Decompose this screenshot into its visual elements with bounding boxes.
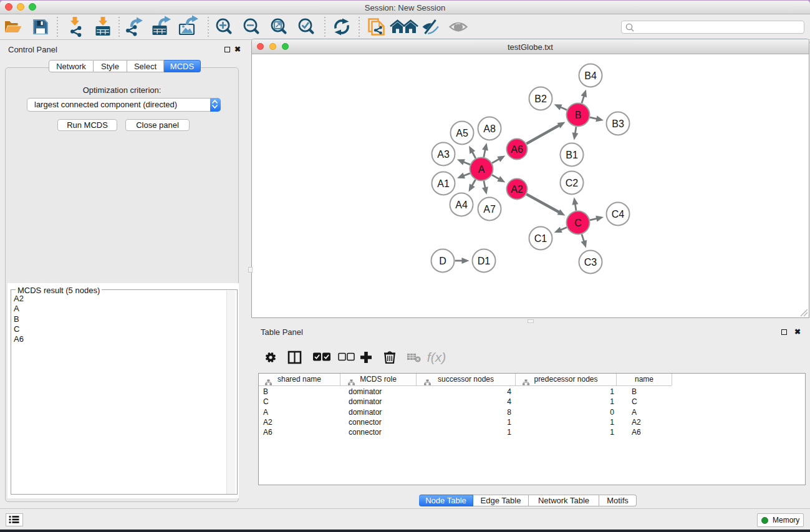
- svg-text:A4: A4: [455, 200, 468, 210]
- svg-text:C1: C1: [534, 233, 547, 244]
- svg-text:f(x): f(x): [427, 350, 446, 364]
- svg-text:C: C: [574, 218, 582, 228]
- svg-text:D: D: [439, 256, 446, 266]
- svg-text:B3: B3: [612, 118, 624, 129]
- svg-text:C3: C3: [584, 257, 597, 268]
- svg-text:B2: B2: [534, 94, 547, 104]
- svg-text:A1: A1: [437, 178, 450, 189]
- svg-text:A3: A3: [437, 149, 450, 160]
- svg-text:C4: C4: [612, 209, 625, 220]
- svg-text:A5: A5: [456, 128, 468, 138]
- svg-text:A7: A7: [483, 204, 496, 215]
- svg-text:A2: A2: [511, 184, 523, 195]
- svg-text:D1: D1: [478, 256, 491, 266]
- svg-text:A: A: [478, 164, 485, 175]
- svg-text:A6: A6: [511, 144, 523, 155]
- svg-text:B: B: [575, 110, 582, 120]
- svg-text:A8: A8: [483, 123, 496, 134]
- svg-text:B1: B1: [566, 150, 578, 160]
- svg-text:C2: C2: [566, 178, 579, 188]
- svg-text:B4: B4: [584, 70, 597, 81]
